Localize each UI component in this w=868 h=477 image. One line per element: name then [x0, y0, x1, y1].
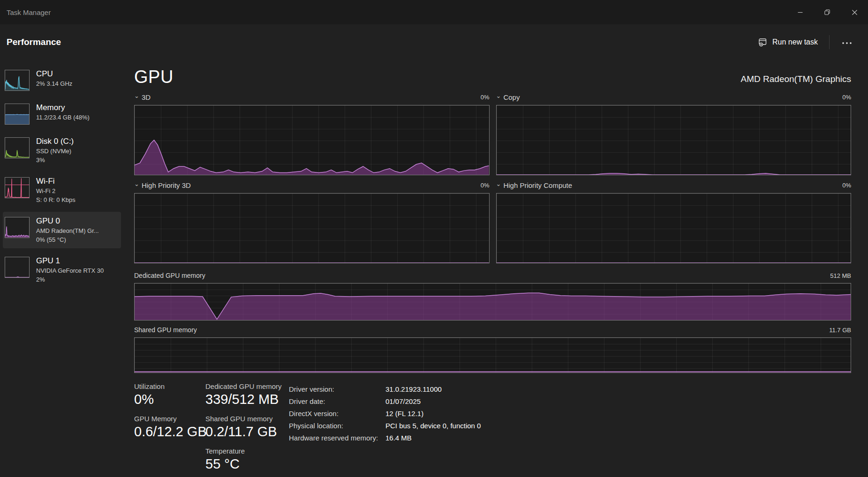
- engine-chart-copy: ⌄Copy 0%: [496, 91, 852, 175]
- dedicated-memory-header: Dedicated GPU memory 512 MB: [134, 272, 851, 281]
- wifi-mini-chart: [5, 177, 30, 198]
- sidebar-item-detail: AMD Radeon(TM) Gr...: [36, 226, 99, 235]
- detail-value: 01/07/2025: [385, 395, 481, 407]
- disk-mini-chart: [5, 137, 30, 158]
- sidebar-item-title: Memory: [36, 103, 90, 113]
- minimize-icon: [798, 10, 803, 15]
- stat-label: Temperature: [205, 447, 289, 455]
- stat-value: 0.2/11.7 GB: [205, 424, 289, 440]
- engine-charts-grid: ⌄3D 0% ⌄Copy 0%: [134, 91, 851, 263]
- gpu-panel-title: GPU: [134, 67, 174, 87]
- engine-chart-header[interactable]: ⌄3D 0%: [134, 92, 490, 102]
- engine-chart-3d: ⌄3D 0%: [134, 91, 490, 175]
- maximize-icon: [824, 9, 830, 15]
- sidebar-item-wifi[interactable]: Wi-Fi Wi-Fi 2 S: 0 R: 0 Kbps: [3, 172, 121, 209]
- sidebar-item-title: CPU: [36, 69, 72, 79]
- engine-chart-label: High Priority Compute: [503, 181, 572, 189]
- sidebar-item-detail: Wi-Fi 2: [36, 186, 75, 195]
- detail-label: Driver version:: [289, 383, 385, 395]
- engine-chart-3d-plot: [134, 105, 490, 175]
- stat-value: 0.6/12.2 GB: [134, 424, 205, 440]
- detail-label: Physical location:: [289, 420, 385, 432]
- sidebar-item-detail: 2% 3.14 GHz: [36, 79, 72, 88]
- stats-column-2: Dedicated GPU memory 339/512 MB Shared G…: [205, 382, 289, 477]
- engine-chart-header[interactable]: ⌄High Priority 3D 0%: [134, 180, 490, 190]
- gpu-stats: Utilization 0% GPU Memory 0.6/12.2 GB De…: [134, 382, 851, 477]
- engine-chart-value: 0%: [842, 94, 851, 101]
- sidebar-item-disk0[interactable]: Disk 0 (C:) SSD (NVMe) 3%: [3, 132, 121, 169]
- detail-value: 12 (FL 12.1): [385, 408, 481, 419]
- sidebar-item-memory[interactable]: Memory 11.2/23.4 GB (48%): [3, 98, 121, 129]
- engine-chart-hp3d-plot: [134, 193, 490, 263]
- minimize-button[interactable]: [786, 0, 814, 24]
- sidebar-item-detail: NVIDIA GeForce RTX 30: [36, 266, 104, 275]
- sidebar-item-cpu[interactable]: CPU 2% 3.14 GHz: [3, 65, 121, 95]
- engine-chart-label: High Priority 3D: [142, 181, 191, 189]
- detail-value: 31.0.21923.11000: [385, 383, 481, 395]
- engine-chart-header[interactable]: ⌄Copy 0%: [496, 92, 852, 102]
- engine-chart-value: 0%: [481, 182, 490, 189]
- engine-chart-copy-plot: [496, 105, 852, 175]
- ellipsis-icon: [842, 42, 852, 45]
- detail-label: Hardware reserved memory:: [289, 432, 385, 444]
- dedicated-memory-chart: [134, 283, 851, 320]
- shared-memory-chart: [134, 337, 851, 373]
- run-new-task-button[interactable]: Run new task: [754, 34, 823, 50]
- close-icon: [852, 10, 857, 15]
- engine-chart-value: 0%: [481, 94, 490, 101]
- sidebar-item-title: Disk 0 (C:): [36, 136, 74, 147]
- chevron-down-icon: ⌄: [134, 182, 139, 186]
- toolbar-divider: [829, 35, 830, 49]
- detail-label: Driver date:: [289, 395, 385, 407]
- shared-memory-max: 11.7 GB: [829, 327, 851, 334]
- new-task-window-plus-icon: [759, 38, 768, 46]
- toolbar: Performance Run new task: [0, 24, 868, 60]
- memory-mini-chart: [5, 104, 30, 125]
- engine-chart-value: 0%: [842, 182, 851, 189]
- engine-chart-high-priority-3d: ⌄High Priority 3D 0%: [134, 179, 490, 263]
- sidebar-item-gpu1[interactable]: GPU 1 NVIDIA GeForce RTX 30 2%: [3, 252, 121, 288]
- chevron-down-icon: ⌄: [134, 94, 139, 98]
- run-new-task-label: Run new task: [772, 38, 818, 46]
- chevron-down-icon: ⌄: [496, 94, 501, 98]
- task-manager-window: Task Manager Performance: [0, 0, 868, 477]
- shared-memory-label: Shared GPU memory: [134, 326, 197, 334]
- more-options-button[interactable]: [836, 35, 858, 50]
- stat-value: 0%: [134, 392, 205, 407]
- engine-chart-high-priority-compute: ⌄High Priority Compute 0%: [496, 179, 852, 263]
- sidebar-item-title: GPU 0: [36, 216, 99, 226]
- chevron-down-icon: ⌄: [496, 182, 501, 186]
- stats-column-1: Utilization 0% GPU Memory 0.6/12.2 GB: [134, 382, 205, 477]
- sidebar-item-detail: 3%: [36, 156, 74, 164]
- content-area: CPU 2% 3.14 GHz Memory 11.2/23.4 GB (48%…: [0, 60, 868, 477]
- detail-label: DirectX version:: [289, 408, 385, 419]
- toolbar-right: Run new task: [754, 34, 858, 50]
- sidebar-item-gpu0[interactable]: GPU 0 AMD Radeon(TM) Gr... 0% (55 °C): [3, 212, 121, 248]
- gpu1-mini-chart: [5, 257, 30, 278]
- stat-label: Shared GPU memory: [205, 415, 289, 423]
- sidebar-item-title: GPU 1: [36, 256, 104, 266]
- sidebar-item-detail: 0% (55 °C): [36, 235, 99, 244]
- engine-chart-label: Copy: [503, 93, 520, 101]
- gpu-detail-panel: GPU AMD Radeon(TM) Graphics ⌄3D 0% ⌄Copy: [123, 60, 868, 477]
- gpu-panel-header: GPU AMD Radeon(TM) Graphics: [134, 65, 851, 89]
- titlebar: Task Manager: [0, 0, 868, 24]
- performance-sidebar: CPU 2% 3.14 GHz Memory 11.2/23.4 GB (48%…: [0, 60, 123, 477]
- gpu0-mini-chart: [5, 217, 30, 238]
- close-button[interactable]: [841, 0, 868, 24]
- engine-chart-header[interactable]: ⌄High Priority Compute 0%: [496, 180, 852, 190]
- sidebar-item-detail: 2%: [36, 275, 104, 284]
- page-title: Performance: [7, 37, 61, 47]
- stat-label: Dedicated GPU memory: [205, 382, 289, 390]
- dedicated-memory-label: Dedicated GPU memory: [134, 272, 205, 279]
- cpu-mini-chart: [5, 70, 30, 91]
- shared-memory-header: Shared GPU memory 11.7 GB: [134, 326, 851, 335]
- detail-value: PCI bus 5, device 0, function 0: [385, 420, 481, 432]
- engine-chart-hpc-plot: [496, 193, 852, 263]
- window-controls: [786, 0, 868, 24]
- sidebar-item-title: Wi-Fi: [36, 176, 75, 186]
- maximize-button[interactable]: [814, 0, 841, 24]
- gpu-device-name: AMD Radeon(TM) Graphics: [741, 74, 851, 84]
- driver-details: Driver version: 31.0.21923.11000 Driver …: [289, 383, 481, 477]
- window-title: Task Manager: [0, 8, 51, 16]
